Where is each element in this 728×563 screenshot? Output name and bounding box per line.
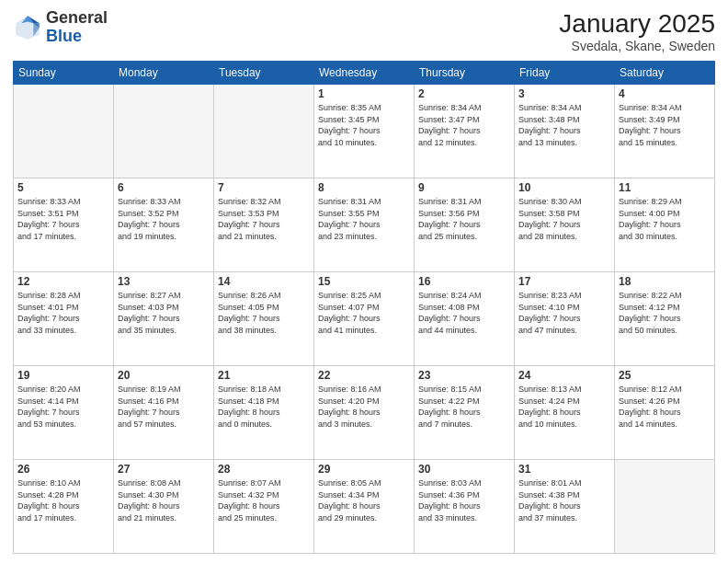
- day-number: 26: [17, 463, 109, 476]
- table-row: 20Sunrise: 8:19 AM Sunset: 4:16 PM Dayli…: [114, 366, 214, 460]
- day-info: Sunrise: 8:33 AM Sunset: 3:52 PM Dayligh…: [118, 196, 210, 242]
- table-row: 28Sunrise: 8:07 AM Sunset: 4:32 PM Dayli…: [214, 460, 314, 554]
- table-row: 16Sunrise: 8:24 AM Sunset: 4:08 PM Dayli…: [415, 272, 515, 366]
- day-number: 22: [318, 369, 410, 382]
- day-info: Sunrise: 8:31 AM Sunset: 3:55 PM Dayligh…: [318, 196, 410, 242]
- day-info: Sunrise: 8:01 AM Sunset: 4:38 PM Dayligh…: [518, 477, 610, 523]
- logo-text: General Blue: [46, 9, 108, 46]
- table-row: 6Sunrise: 8:33 AM Sunset: 3:52 PM Daylig…: [114, 178, 214, 272]
- day-info: Sunrise: 8:31 AM Sunset: 3:56 PM Dayligh…: [418, 196, 510, 242]
- logo: General Blue: [13, 9, 108, 46]
- calendar-week-3: 19Sunrise: 8:20 AM Sunset: 4:14 PM Dayli…: [14, 366, 715, 460]
- day-info: Sunrise: 8:07 AM Sunset: 4:32 PM Dayligh…: [218, 477, 310, 523]
- table-row: 30Sunrise: 8:03 AM Sunset: 4:36 PM Dayli…: [415, 460, 515, 554]
- day-info: Sunrise: 8:03 AM Sunset: 4:36 PM Dayligh…: [418, 477, 510, 523]
- day-info: Sunrise: 8:35 AM Sunset: 3:45 PM Dayligh…: [318, 102, 410, 148]
- table-row: 19Sunrise: 8:20 AM Sunset: 4:14 PM Dayli…: [14, 366, 114, 460]
- day-number: 17: [518, 275, 610, 288]
- day-number: 9: [418, 181, 510, 194]
- day-number: 4: [619, 87, 711, 100]
- logo-icon: [13, 13, 42, 42]
- day-number: 8: [318, 181, 410, 194]
- table-row: 9Sunrise: 8:31 AM Sunset: 3:56 PM Daylig…: [415, 178, 515, 272]
- month-year: January 2025: [559, 9, 715, 39]
- calendar-week-0: 1Sunrise: 8:35 AM Sunset: 3:45 PM Daylig…: [14, 85, 715, 178]
- header-monday: Monday: [114, 62, 214, 85]
- day-number: 28: [218, 463, 310, 476]
- day-info: Sunrise: 8:08 AM Sunset: 4:30 PM Dayligh…: [118, 477, 210, 523]
- day-info: Sunrise: 8:34 AM Sunset: 3:48 PM Dayligh…: [518, 102, 610, 148]
- header: General Blue January 2025 Svedala, Skane…: [13, 9, 715, 53]
- table-row: 11Sunrise: 8:29 AM Sunset: 4:00 PM Dayli…: [615, 178, 715, 272]
- calendar-container: General Blue January 2025 Svedala, Skane…: [0, 0, 728, 563]
- day-info: Sunrise: 8:12 AM Sunset: 4:26 PM Dayligh…: [619, 384, 711, 430]
- day-info: Sunrise: 8:19 AM Sunset: 4:16 PM Dayligh…: [118, 384, 210, 430]
- day-number: 2: [418, 87, 510, 100]
- table-row: 25Sunrise: 8:12 AM Sunset: 4:26 PM Dayli…: [615, 366, 715, 460]
- day-info: Sunrise: 8:30 AM Sunset: 3:58 PM Dayligh…: [518, 196, 610, 242]
- calendar-header-row: Sunday Monday Tuesday Wednesday Thursday…: [14, 62, 715, 85]
- day-info: Sunrise: 8:34 AM Sunset: 3:47 PM Dayligh…: [418, 102, 510, 148]
- day-info: Sunrise: 8:10 AM Sunset: 4:28 PM Dayligh…: [17, 477, 109, 523]
- day-info: Sunrise: 8:34 AM Sunset: 3:49 PM Dayligh…: [619, 102, 711, 148]
- table-row: 17Sunrise: 8:23 AM Sunset: 4:10 PM Dayli…: [515, 272, 615, 366]
- table-row: 5Sunrise: 8:33 AM Sunset: 3:51 PM Daylig…: [14, 178, 114, 272]
- day-number: 11: [619, 181, 711, 194]
- day-info: Sunrise: 8:15 AM Sunset: 4:22 PM Dayligh…: [418, 384, 510, 430]
- day-number: 21: [218, 369, 310, 382]
- table-row: 13Sunrise: 8:27 AM Sunset: 4:03 PM Dayli…: [114, 272, 214, 366]
- day-number: 27: [118, 463, 210, 476]
- header-saturday: Saturday: [615, 62, 715, 85]
- day-number: 16: [418, 275, 510, 288]
- table-row: 7Sunrise: 8:32 AM Sunset: 3:53 PM Daylig…: [214, 178, 314, 272]
- table-row: 24Sunrise: 8:13 AM Sunset: 4:24 PM Dayli…: [515, 366, 615, 460]
- table-row: [214, 85, 314, 178]
- day-info: Sunrise: 8:18 AM Sunset: 4:18 PM Dayligh…: [218, 384, 310, 430]
- table-row: 29Sunrise: 8:05 AM Sunset: 4:34 PM Dayli…: [314, 460, 415, 554]
- table-row: [114, 85, 214, 178]
- day-info: Sunrise: 8:26 AM Sunset: 4:05 PM Dayligh…: [218, 290, 310, 336]
- day-info: Sunrise: 8:23 AM Sunset: 4:10 PM Dayligh…: [518, 290, 610, 336]
- table-row: 26Sunrise: 8:10 AM Sunset: 4:28 PM Dayli…: [14, 460, 114, 554]
- day-number: 23: [418, 369, 510, 382]
- calendar-week-1: 5Sunrise: 8:33 AM Sunset: 3:51 PM Daylig…: [14, 178, 715, 272]
- day-number: 5: [17, 181, 109, 194]
- table-row: 12Sunrise: 8:28 AM Sunset: 4:01 PM Dayli…: [14, 272, 114, 366]
- day-number: 10: [518, 181, 610, 194]
- table-row: 2Sunrise: 8:34 AM Sunset: 3:47 PM Daylig…: [415, 85, 515, 178]
- day-number: 7: [218, 181, 310, 194]
- calendar-week-2: 12Sunrise: 8:28 AM Sunset: 4:01 PM Dayli…: [14, 272, 715, 366]
- day-info: Sunrise: 8:32 AM Sunset: 3:53 PM Dayligh…: [218, 196, 310, 242]
- header-wednesday: Wednesday: [314, 62, 415, 85]
- day-number: 15: [318, 275, 410, 288]
- logo-blue: Blue: [46, 27, 82, 45]
- header-tuesday: Tuesday: [214, 62, 314, 85]
- day-number: 18: [619, 275, 711, 288]
- table-row: 1Sunrise: 8:35 AM Sunset: 3:45 PM Daylig…: [314, 85, 415, 178]
- table-row: 22Sunrise: 8:16 AM Sunset: 4:20 PM Dayli…: [314, 366, 415, 460]
- day-number: 25: [619, 369, 711, 382]
- title-block: January 2025 Svedala, Skane, Sweden: [559, 9, 715, 53]
- day-number: 12: [17, 275, 109, 288]
- day-number: 6: [118, 181, 210, 194]
- day-number: 3: [518, 87, 610, 100]
- day-number: 31: [518, 463, 610, 476]
- day-number: 30: [418, 463, 510, 476]
- day-number: 14: [218, 275, 310, 288]
- calendar-week-4: 26Sunrise: 8:10 AM Sunset: 4:28 PM Dayli…: [14, 460, 715, 554]
- table-row: 15Sunrise: 8:25 AM Sunset: 4:07 PM Dayli…: [314, 272, 415, 366]
- day-number: 29: [318, 463, 410, 476]
- day-number: 24: [518, 369, 610, 382]
- header-sunday: Sunday: [14, 62, 114, 85]
- day-info: Sunrise: 8:27 AM Sunset: 4:03 PM Dayligh…: [118, 290, 210, 336]
- table-row: 31Sunrise: 8:01 AM Sunset: 4:38 PM Dayli…: [515, 460, 615, 554]
- day-info: Sunrise: 8:20 AM Sunset: 4:14 PM Dayligh…: [17, 384, 109, 430]
- day-number: 19: [17, 369, 109, 382]
- table-row: 21Sunrise: 8:18 AM Sunset: 4:18 PM Dayli…: [214, 366, 314, 460]
- day-number: 1: [318, 87, 410, 100]
- logo-general: General: [46, 8, 108, 27]
- table-row: 8Sunrise: 8:31 AM Sunset: 3:55 PM Daylig…: [314, 178, 415, 272]
- table-row: 14Sunrise: 8:26 AM Sunset: 4:05 PM Dayli…: [214, 272, 314, 366]
- day-info: Sunrise: 8:16 AM Sunset: 4:20 PM Dayligh…: [318, 384, 410, 430]
- day-info: Sunrise: 8:29 AM Sunset: 4:00 PM Dayligh…: [619, 196, 711, 242]
